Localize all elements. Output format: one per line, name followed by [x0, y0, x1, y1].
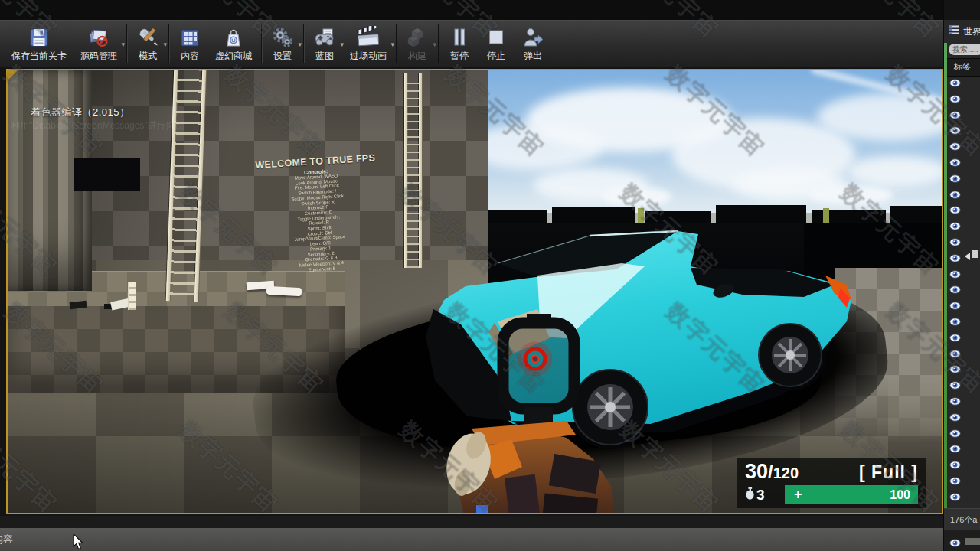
outliner-tab-label: 世界 — [963, 25, 980, 38]
outliner-list-icon — [948, 24, 960, 39]
modes-button[interactable]: 模式 ▾ — [129, 21, 166, 67]
visibility-eye-icon[interactable] — [949, 427, 961, 443]
dropdown-caret-icon[interactable]: ▾ — [121, 41, 125, 48]
bottom-bar: 内容 — [0, 528, 943, 551]
viewport-corner-marker — [8, 70, 18, 80]
panel-highlight-strip — [944, 43, 947, 527]
visibility-eye-icon[interactable] — [949, 172, 961, 188]
toolbar-separator — [303, 24, 304, 63]
ladder — [403, 73, 423, 268]
blueprints-label: 蓝图 — [315, 50, 334, 63]
visibility-eye-icon[interactable] — [949, 411, 961, 427]
source-control-label: 源码管理 — [80, 50, 117, 63]
visibility-eye-icon[interactable] — [949, 536, 961, 550]
visibility-eye-icon[interactable] — [949, 299, 961, 315]
visibility-eye-icon[interactable] — [949, 268, 961, 284]
outliner-search-input[interactable]: 搜索..... — [949, 44, 980, 55]
marketplace-bag-icon — [222, 26, 245, 49]
details-panel-edge — [944, 530, 980, 551]
content-browser-tab[interactable]: 内容 — [0, 533, 13, 546]
visibility-eye-icon[interactable] — [949, 363, 961, 379]
health-value: 100 — [890, 488, 910, 502]
health-plus-symbol: + — [794, 487, 802, 503]
pause-label: 暂停 — [450, 50, 469, 63]
ladder-rungs — [407, 77, 419, 268]
visibility-eye-icon[interactable] — [949, 93, 961, 109]
visibility-eye-icon[interactable] — [949, 236, 961, 252]
visibility-eye-icon[interactable] — [949, 77, 961, 93]
game-viewport[interactable]: WELCOME TO TRUE FPS Controls: Move Aroun… — [6, 69, 943, 514]
stop-label: 停止 — [487, 50, 505, 63]
visibility-eye-icon[interactable] — [949, 109, 961, 125]
cloud — [809, 185, 893, 205]
toolbar-separator — [438, 24, 439, 63]
visibility-eye-icon[interactable] — [949, 140, 961, 156]
visibility-eye-icon[interactable] — [949, 124, 961, 140]
wall-sign: WELCOME TO TRUE FPS Controls: Move Aroun… — [248, 152, 390, 276]
marketplace-button[interactable]: 虚幻商城 — [208, 21, 259, 67]
visibility-eye-icon[interactable] — [949, 395, 961, 411]
visibility-eye-icon[interactable] — [949, 204, 961, 220]
grenade-count: 3 — [756, 487, 765, 504]
editor-toolbar: 保存当前关卡 源码管理 ▾ 模式 ▾ 内容 虚幻商城 设置 ▾ — [0, 20, 943, 67]
content-button[interactable]: 内容 — [172, 21, 208, 67]
outliner-column-header[interactable]: 标签 — [944, 58, 980, 77]
health-bar: + 100 — [785, 485, 918, 504]
blueprints-gamepad-icon — [313, 26, 336, 49]
status-strip — [0, 516, 943, 528]
visibility-eye-icon[interactable] — [949, 315, 961, 331]
outliner-footer-count: 176个a — [944, 508, 980, 530]
ammo-divider: / — [768, 461, 773, 482]
settings-button[interactable]: 设置 ▾ — [264, 21, 301, 67]
unreal-editor-window: 保存当前关卡 源码管理 ▾ 模式 ▾ 内容 虚幻商城 设置 ▾ — [0, 0, 980, 551]
expand-arrow-icon[interactable] — [965, 253, 970, 260]
visibility-eye-icon[interactable] — [949, 283, 961, 299]
build-label: 构建 — [408, 50, 426, 63]
grenade-counter: 3 — [745, 487, 785, 504]
wall-sign-controls: Move Around: WASDLook Around: MouseFire:… — [249, 171, 389, 276]
cinematics-clapper-icon — [355, 26, 381, 49]
visibility-eye-icon[interactable] — [949, 188, 961, 204]
dropdown-caret-icon[interactable]: ▾ — [390, 41, 394, 48]
cinematics-button[interactable]: 过场动画 ▾ — [343, 21, 394, 67]
suppress-hint-message: 利用"DisableAllScreenMessages"进行抑制 — [11, 119, 185, 132]
blueprints-button[interactable]: 蓝图 ▾ — [306, 21, 343, 67]
rear-wheel — [759, 324, 822, 386]
pause-icon — [448, 26, 471, 49]
hud-health-row: 3 + 100 — [745, 485, 918, 504]
sky — [488, 70, 942, 230]
world-outliner-panel: 世界 搜索..... 标签 176个a — [943, 0, 980, 551]
visibility-eye-icon[interactable] — [949, 331, 961, 347]
world-outliner-tab[interactable]: 世界 — [944, 20, 980, 42]
cinematics-label: 过场动画 — [350, 50, 387, 63]
ammo-reserve: 120 — [773, 465, 799, 481]
menu-strip — [0, 0, 980, 20]
pause-button[interactable]: 暂停 — [441, 21, 478, 67]
panel-top-strip — [944, 0, 980, 20]
visibility-eye-icon[interactable] — [949, 347, 961, 364]
stop-button[interactable]: 停止 — [478, 21, 514, 67]
save-level-button[interactable]: 保存当前关卡 — [5, 21, 74, 67]
modes-label: 模式 — [139, 50, 157, 63]
source-control-icon — [87, 26, 110, 49]
visibility-eye-icon[interactable] — [949, 220, 961, 236]
content-browser-icon — [178, 26, 201, 49]
visibility-eye-icon[interactable] — [949, 379, 961, 395]
eject-person-icon — [521, 26, 544, 49]
visibility-eye-icon[interactable] — [949, 156, 961, 172]
source-control-button[interactable]: 源码管理 ▾ — [74, 21, 124, 67]
eject-button[interactable]: 弹出 — [514, 21, 551, 67]
clipped-label — [965, 538, 980, 545]
stop-icon — [485, 26, 508, 49]
wall-opening — [74, 158, 140, 191]
visibility-eye-icon[interactable] — [949, 442, 961, 458]
visibility-eye-icon[interactable] — [949, 474, 961, 491]
dropdown-caret-icon[interactable]: ▾ — [163, 41, 167, 48]
build-button: 构建 ▾ — [399, 21, 436, 67]
visibility-eye-icon[interactable] — [949, 491, 961, 507]
visibility-eye-icon[interactable] — [949, 252, 961, 268]
dropdown-caret-icon[interactable]: ▾ — [298, 41, 302, 48]
game-scene: WELCOME TO TRUE FPS Controls: Move Aroun… — [8, 70, 942, 513]
toolbar-separator — [126, 24, 127, 63]
visibility-eye-icon[interactable] — [949, 458, 961, 474]
